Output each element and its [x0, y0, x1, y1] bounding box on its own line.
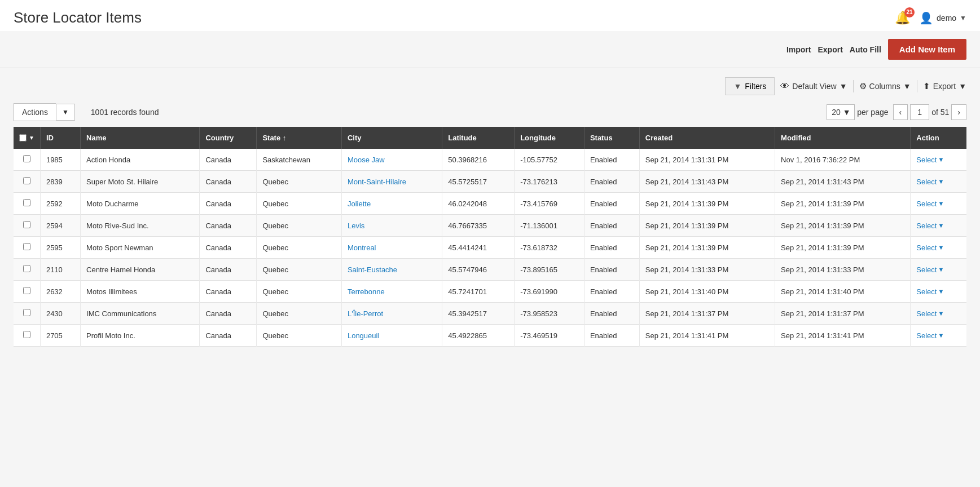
- city-link[interactable]: Saint-Eustache: [348, 265, 397, 274]
- select-chevron-icon: ▼: [938, 156, 944, 163]
- page-title: Store Locator Items: [14, 9, 142, 26]
- cell-action[interactable]: Select ▼: [911, 281, 966, 303]
- cell-id: 2839: [40, 171, 80, 193]
- cell-action[interactable]: Select ▼: [911, 171, 966, 193]
- prev-page-button[interactable]: ‹: [893, 104, 908, 120]
- cell-city[interactable]: Terrebonne: [341, 281, 442, 303]
- select-button[interactable]: Select ▼: [916, 178, 961, 186]
- cell-action[interactable]: Select ▼: [911, 149, 966, 171]
- row-checkbox[interactable]: [23, 331, 30, 338]
- view-selector[interactable]: 👁 Default View ▼: [780, 81, 847, 91]
- city-link[interactable]: Montreal: [348, 244, 376, 252]
- cell-created: Sep 21, 2014 1:31:43 PM: [639, 171, 775, 193]
- export-button[interactable]: Export: [818, 45, 842, 54]
- cell-modified: Sep 21, 2014 1:31:37 PM: [775, 303, 911, 325]
- user-icon: 👤: [919, 11, 933, 25]
- columns-selector[interactable]: ⚙ Columns ▼: [859, 81, 911, 91]
- row-checkbox[interactable]: [23, 243, 30, 250]
- cell-status: Enabled: [584, 281, 639, 303]
- row-checkbox[interactable]: [23, 155, 30, 162]
- cell-latitude: 45.4922865: [442, 325, 515, 347]
- cell-action[interactable]: Select ▼: [911, 215, 966, 237]
- cell-action[interactable]: Select ▼: [911, 259, 966, 281]
- city-link[interactable]: L'Île-Perrot: [348, 309, 383, 318]
- user-name: demo: [937, 14, 956, 23]
- next-page-button[interactable]: ›: [951, 104, 966, 120]
- auto-fill-button[interactable]: Auto Fill: [850, 45, 881, 54]
- select-button[interactable]: Select ▼: [916, 222, 961, 230]
- page-current: 1: [910, 104, 929, 120]
- cell-name: Motos Illimitees: [81, 281, 200, 303]
- cell-city[interactable]: Moose Jaw: [341, 149, 442, 171]
- th-created: Created: [639, 127, 775, 149]
- cell-longitude: -73.691990: [515, 281, 585, 303]
- per-page-label: per page: [857, 108, 888, 117]
- cell-city[interactable]: L'Île-Perrot: [341, 303, 442, 325]
- city-link[interactable]: Longueuil: [348, 331, 379, 340]
- cell-action[interactable]: Select ▼: [911, 325, 966, 347]
- select-button[interactable]: Select ▼: [916, 287, 961, 296]
- filter-bar: ▼ Filters 👁 Default View ▼ ⚙ Columns ▼ ⬆…: [14, 77, 966, 95]
- export-label: Export: [933, 82, 956, 91]
- select-button[interactable]: Select ▼: [916, 331, 961, 340]
- row-checkbox[interactable]: [23, 199, 30, 206]
- cell-state: Quebec: [257, 171, 342, 193]
- view-label: Default View: [792, 82, 836, 91]
- cell-country: Canada: [200, 149, 257, 171]
- city-link[interactable]: Levis: [348, 222, 364, 230]
- select-chevron-icon: ▼: [938, 266, 944, 273]
- cell-state: Quebec: [257, 237, 342, 259]
- row-checkbox[interactable]: [23, 221, 30, 228]
- row-checkbox[interactable]: [23, 177, 30, 184]
- actions-button[interactable]: Actions: [14, 103, 56, 121]
- select-chevron-icon: ▼: [938, 332, 944, 339]
- cell-id: 2430: [40, 303, 80, 325]
- city-link[interactable]: Terrebonne: [348, 287, 385, 296]
- row-checkbox[interactable]: [23, 265, 30, 272]
- cell-longitude: -73.469519: [515, 325, 585, 347]
- row-checkbox[interactable]: [23, 287, 30, 294]
- cell-action[interactable]: Select ▼: [911, 193, 966, 215]
- data-table: ▼ ID Name Country State ↑ City Latitude …: [14, 127, 966, 347]
- divider: [853, 80, 854, 92]
- cell-action[interactable]: Select ▼: [911, 303, 966, 325]
- cell-city[interactable]: Joliette: [341, 193, 442, 215]
- cell-city[interactable]: Mont-Saint-Hilaire: [341, 171, 442, 193]
- cell-city[interactable]: Levis: [341, 215, 442, 237]
- export-selector[interactable]: ⬆ Export ▼: [923, 81, 966, 91]
- import-button[interactable]: Import: [786, 45, 811, 54]
- select-button[interactable]: Select ▼: [916, 244, 961, 252]
- select-button[interactable]: Select ▼: [916, 156, 961, 164]
- per-page-dropdown[interactable]: 20 ▼: [827, 104, 855, 120]
- th-checkbox-chevron-icon[interactable]: ▼: [29, 135, 34, 141]
- row-checkbox[interactable]: [23, 309, 30, 316]
- select-chevron-icon: ▼: [938, 288, 944, 295]
- select-button[interactable]: Select ▼: [916, 309, 961, 318]
- actions-arrow-button[interactable]: ▼: [56, 104, 75, 121]
- select-button[interactable]: Select ▼: [916, 200, 961, 208]
- cell-city[interactable]: Montreal: [341, 237, 442, 259]
- city-link[interactable]: Moose Jaw: [348, 156, 385, 164]
- cell-id: 2705: [40, 325, 80, 347]
- cell-status: Enabled: [584, 193, 639, 215]
- notification-bell[interactable]: 🔔 21: [895, 11, 910, 25]
- table-row: 2839Super Moto St. HilaireCanadaQuebecMo…: [14, 171, 966, 193]
- select-button[interactable]: Select ▼: [916, 265, 961, 274]
- select-all-checkbox[interactable]: [19, 134, 27, 141]
- add-new-item-button[interactable]: Add New Item: [888, 39, 966, 60]
- cell-city[interactable]: Saint-Eustache: [341, 259, 442, 281]
- columns-chevron-icon: ▼: [903, 82, 911, 91]
- city-link[interactable]: Joliette: [348, 200, 371, 208]
- upload-icon: ⬆: [923, 81, 930, 91]
- user-menu[interactable]: 👤 demo ▼: [919, 11, 966, 25]
- cell-action[interactable]: Select ▼: [911, 237, 966, 259]
- filters-label: Filters: [745, 82, 766, 91]
- cell-city[interactable]: Longueuil: [341, 325, 442, 347]
- th-state[interactable]: State ↑: [257, 127, 342, 149]
- table-row: 2430IMC CommunicationsCanadaQuebecL'Île-…: [14, 303, 966, 325]
- per-page-value: 20: [832, 108, 841, 117]
- th-latitude: Latitude: [442, 127, 515, 149]
- filters-button[interactable]: ▼ Filters: [725, 77, 775, 95]
- city-link[interactable]: Mont-Saint-Hilaire: [348, 178, 406, 186]
- cell-longitude: -73.895165: [515, 259, 585, 281]
